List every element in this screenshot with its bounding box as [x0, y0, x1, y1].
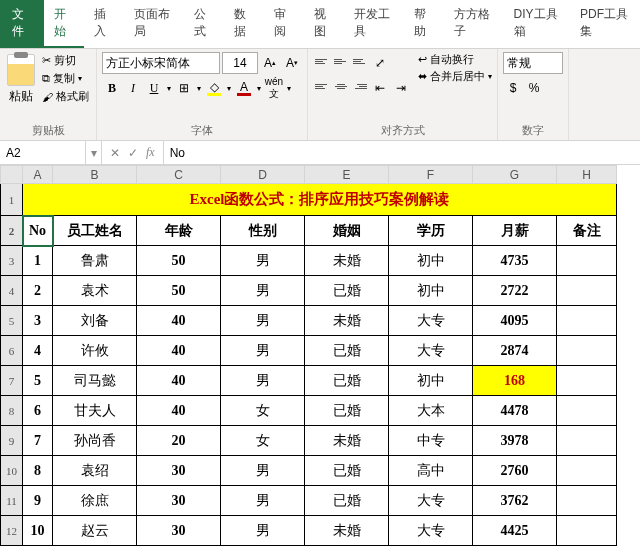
cell-sex[interactable]: 女 — [221, 396, 305, 426]
cell-edu[interactable]: 大专 — [389, 306, 473, 336]
cell-sex[interactable]: 男 — [221, 306, 305, 336]
cell-name[interactable]: 袁术 — [53, 276, 137, 306]
decrease-indent-button[interactable]: ⇤ — [370, 77, 390, 99]
percent-button[interactable]: % — [524, 77, 544, 99]
align-right-button[interactable] — [351, 77, 369, 95]
cell-marriage[interactable]: 已婚 — [305, 486, 389, 516]
tab-file[interactable]: 文件 — [0, 0, 44, 48]
phonetic-button[interactable]: wén文 — [264, 77, 284, 99]
cell-remark[interactable] — [557, 396, 617, 426]
cell-edu[interactable]: 中专 — [389, 426, 473, 456]
cell-marriage[interactable]: 已婚 — [305, 396, 389, 426]
cell-name[interactable]: 徐庶 — [53, 486, 137, 516]
tab-0[interactable]: 开始 — [44, 0, 84, 48]
row-header-1[interactable]: 1 — [1, 184, 23, 216]
cell-age[interactable]: 40 — [137, 366, 221, 396]
font-color-button[interactable]: A — [234, 77, 254, 99]
title-cell[interactable]: Excel函数公式：排序应用技巧案例解读 — [23, 184, 617, 216]
cell-sex[interactable]: 男 — [221, 516, 305, 546]
cell-sex[interactable]: 女 — [221, 426, 305, 456]
formula-input[interactable]: No — [164, 141, 640, 164]
align-bottom-button[interactable] — [351, 52, 369, 70]
tab-10[interactable]: DIY工具箱 — [504, 0, 571, 48]
tab-8[interactable]: 帮助 — [404, 0, 444, 48]
cell-age[interactable]: 40 — [137, 396, 221, 426]
tab-1[interactable]: 插入 — [84, 0, 124, 48]
chevron-down-icon[interactable]: ▾ — [195, 84, 203, 93]
paste-button[interactable]: 粘贴 — [5, 52, 37, 107]
cell-age[interactable]: 40 — [137, 306, 221, 336]
cell-sex[interactable]: 男 — [221, 246, 305, 276]
cell-remark[interactable] — [557, 306, 617, 336]
cell-remark[interactable] — [557, 276, 617, 306]
cell-no[interactable]: 1 — [23, 246, 53, 276]
cell-name[interactable]: 许攸 — [53, 336, 137, 366]
cell-sex[interactable]: 男 — [221, 486, 305, 516]
cell-remark[interactable] — [557, 456, 617, 486]
cell-name[interactable]: 甘夫人 — [53, 396, 137, 426]
cell-sex[interactable]: 男 — [221, 366, 305, 396]
cell-name[interactable]: 刘备 — [53, 306, 137, 336]
col-header-E[interactable]: E — [305, 166, 389, 184]
col-header-A[interactable]: A — [23, 166, 53, 184]
cell-remark[interactable] — [557, 246, 617, 276]
cell-age[interactable]: 20 — [137, 426, 221, 456]
row-header-2[interactable]: 2 — [1, 216, 23, 246]
cell-marriage[interactable]: 已婚 — [305, 456, 389, 486]
cell-salary[interactable]: 4735 — [473, 246, 557, 276]
row-header-4[interactable]: 4 — [1, 276, 23, 306]
cell-no[interactable]: 4 — [23, 336, 53, 366]
cell-no[interactable]: 9 — [23, 486, 53, 516]
name-box[interactable]: A2 — [0, 141, 86, 164]
header-cell-6[interactable]: 月薪 — [473, 216, 557, 246]
wrap-text-button[interactable]: ↩自动换行 — [418, 52, 492, 67]
cell-remark[interactable] — [557, 516, 617, 546]
align-left-button[interactable] — [313, 77, 331, 95]
cell-edu[interactable]: 大本 — [389, 396, 473, 426]
cell-salary[interactable]: 2722 — [473, 276, 557, 306]
number-format-select[interactable] — [503, 52, 563, 74]
col-header-B[interactable]: B — [53, 166, 137, 184]
name-box-dropdown[interactable]: ▾ — [86, 141, 102, 164]
header-cell-5[interactable]: 学历 — [389, 216, 473, 246]
header-cell-2[interactable]: 年龄 — [137, 216, 221, 246]
align-center-button[interactable] — [332, 77, 350, 95]
chevron-down-icon[interactable]: ▾ — [225, 84, 233, 93]
format-painter-button[interactable]: 🖌格式刷 — [40, 88, 91, 105]
copy-button[interactable]: ⧉复制▾ — [40, 70, 91, 87]
cell-name[interactable]: 袁绍 — [53, 456, 137, 486]
tab-9[interactable]: 方方格子 — [444, 0, 504, 48]
cell-salary[interactable]: 4095 — [473, 306, 557, 336]
cell-no[interactable]: 2 — [23, 276, 53, 306]
row-header-12[interactable]: 12 — [1, 516, 23, 546]
row-header-9[interactable]: 9 — [1, 426, 23, 456]
cell-name[interactable]: 鲁肃 — [53, 246, 137, 276]
cell-no[interactable]: 5 — [23, 366, 53, 396]
cell-age[interactable]: 50 — [137, 246, 221, 276]
cell-salary[interactable]: 2760 — [473, 456, 557, 486]
tab-5[interactable]: 审阅 — [264, 0, 304, 48]
chevron-down-icon[interactable]: ▾ — [255, 84, 263, 93]
cell-marriage[interactable]: 已婚 — [305, 276, 389, 306]
cell-sex[interactable]: 男 — [221, 456, 305, 486]
cell-age[interactable]: 40 — [137, 336, 221, 366]
cell-salary[interactable]: 3978 — [473, 426, 557, 456]
merge-center-button[interactable]: ⬌合并后居中▾ — [418, 69, 492, 84]
cell-remark[interactable] — [557, 366, 617, 396]
header-cell-4[interactable]: 婚姻 — [305, 216, 389, 246]
align-middle-button[interactable] — [332, 52, 350, 70]
header-cell-3[interactable]: 性别 — [221, 216, 305, 246]
row-header-3[interactable]: 3 — [1, 246, 23, 276]
cut-button[interactable]: ✂剪切 — [40, 52, 91, 69]
increase-font-button[interactable]: A▴ — [260, 52, 280, 74]
cell-salary[interactable]: 4425 — [473, 516, 557, 546]
cell-name[interactable]: 赵云 — [53, 516, 137, 546]
cell-sex[interactable]: 男 — [221, 336, 305, 366]
cell-edu[interactable]: 大专 — [389, 516, 473, 546]
cell-marriage[interactable]: 已婚 — [305, 366, 389, 396]
select-all-corner[interactable] — [1, 166, 23, 184]
header-cell-0[interactable]: No — [23, 216, 53, 246]
cell-name[interactable]: 司马懿 — [53, 366, 137, 396]
col-header-D[interactable]: D — [221, 166, 305, 184]
tab-6[interactable]: 视图 — [304, 0, 344, 48]
